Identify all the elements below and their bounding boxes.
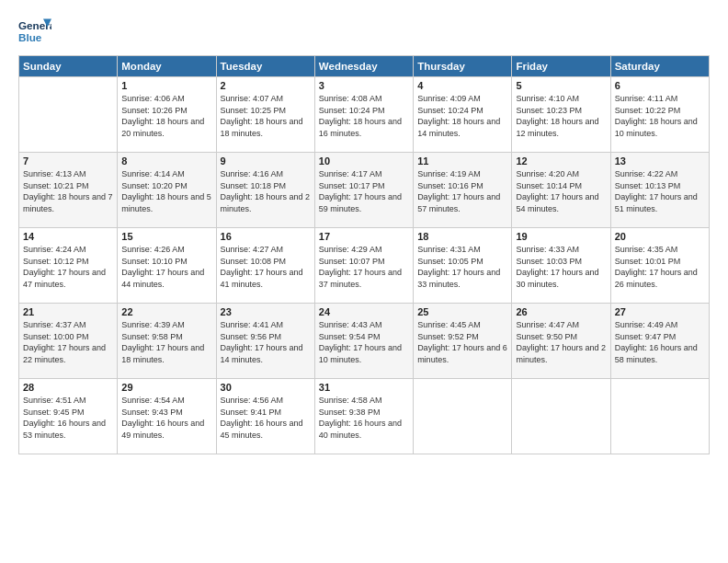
day-number: 20 [615,231,705,242]
cell-details: Sunrise: 4:20 AM Sunset: 10:14 PM Daylig… [516,168,606,214]
calendar-cell: 25Sunrise: 4:45 AM Sunset: 9:52 PM Dayli… [414,304,512,379]
calendar-cell: 16Sunrise: 4:27 AM Sunset: 10:08 PM Dayl… [216,228,314,304]
logo: General Blue [18,15,51,48]
calendar-cell: 6Sunrise: 4:11 AM Sunset: 10:22 PM Dayli… [610,77,709,153]
calendar-cell: 1Sunrise: 4:06 AM Sunset: 10:26 PM Dayli… [118,77,216,153]
calendar-cell: 28Sunrise: 4:51 AM Sunset: 9:45 PM Dayli… [19,379,118,454]
day-number: 27 [615,306,705,317]
calendar-cell: 5Sunrise: 4:10 AM Sunset: 10:23 PM Dayli… [512,77,610,153]
day-number: 3 [319,80,409,91]
calendar-table: SundayMondayTuesdayWednesdayThursdayFrid… [18,55,710,454]
calendar-week-row: 28Sunrise: 4:51 AM Sunset: 9:45 PM Dayli… [19,379,710,454]
column-header-wednesday: Wednesday [314,56,413,77]
column-header-sunday: Sunday [19,56,118,77]
calendar-cell: 22Sunrise: 4:39 AM Sunset: 9:58 PM Dayli… [118,304,216,379]
calendar-cell: 7Sunrise: 4:13 AM Sunset: 10:21 PM Dayli… [19,153,118,228]
calendar-cell: 10Sunrise: 4:17 AM Sunset: 10:17 PM Dayl… [314,153,413,228]
day-number: 22 [121,306,211,317]
cell-details: Sunrise: 4:24 AM Sunset: 10:12 PM Daylig… [23,244,113,290]
calendar-cell: 15Sunrise: 4:26 AM Sunset: 10:10 PM Dayl… [118,228,216,304]
day-number: 14 [23,231,113,242]
calendar-cell: 8Sunrise: 4:14 AM Sunset: 10:20 PM Dayli… [118,153,216,228]
calendar-cell: 17Sunrise: 4:29 AM Sunset: 10:07 PM Dayl… [314,228,413,304]
cell-details: Sunrise: 4:35 AM Sunset: 10:01 PM Daylig… [615,244,705,290]
calendar-week-row: 7Sunrise: 4:13 AM Sunset: 10:21 PM Dayli… [19,153,710,228]
day-number: 9 [221,155,311,167]
column-header-tuesday: Tuesday [216,56,314,77]
calendar-cell: 18Sunrise: 4:31 AM Sunset: 10:05 PM Dayl… [414,228,512,304]
cell-details: Sunrise: 4:29 AM Sunset: 10:07 PM Daylig… [319,244,409,290]
calendar-cell: 3Sunrise: 4:08 AM Sunset: 10:24 PM Dayli… [314,77,413,153]
day-number: 2 [221,80,311,91]
cell-details: Sunrise: 4:27 AM Sunset: 10:08 PM Daylig… [221,244,311,290]
day-number: 16 [221,231,311,242]
calendar-week-row: 1Sunrise: 4:06 AM Sunset: 10:26 PM Dayli… [19,77,710,153]
cell-details: Sunrise: 4:54 AM Sunset: 9:43 PM Dayligh… [121,395,211,441]
calendar-cell: 29Sunrise: 4:54 AM Sunset: 9:43 PM Dayli… [118,379,216,454]
calendar-cell: 24Sunrise: 4:43 AM Sunset: 9:54 PM Dayli… [314,304,413,379]
day-number: 23 [221,306,311,317]
cell-details: Sunrise: 4:51 AM Sunset: 9:45 PM Dayligh… [23,395,113,441]
page-header: General Blue [18,15,710,48]
calendar-header-row: SundayMondayTuesdayWednesdayThursdayFrid… [19,56,710,77]
day-number: 8 [121,155,211,167]
cell-details: Sunrise: 4:19 AM Sunset: 10:16 PM Daylig… [417,168,507,214]
calendar-cell: 30Sunrise: 4:56 AM Sunset: 9:41 PM Dayli… [216,379,314,454]
calendar-cell: 2Sunrise: 4:07 AM Sunset: 10:25 PM Dayli… [216,77,314,153]
calendar-cell [414,379,512,454]
cell-details: Sunrise: 4:09 AM Sunset: 10:24 PM Daylig… [417,93,507,139]
day-number: 12 [516,155,606,167]
day-number: 7 [23,155,113,167]
cell-details: Sunrise: 4:16 AM Sunset: 10:18 PM Daylig… [221,168,311,214]
cell-details: Sunrise: 4:39 AM Sunset: 9:58 PM Dayligh… [121,319,211,365]
day-number: 11 [417,155,507,167]
day-number: 18 [417,231,507,242]
day-number: 28 [23,382,113,393]
day-number: 26 [516,306,606,317]
cell-details: Sunrise: 4:31 AM Sunset: 10:05 PM Daylig… [417,244,507,290]
day-number: 15 [121,231,211,242]
day-number: 21 [23,306,113,317]
calendar-week-row: 21Sunrise: 4:37 AM Sunset: 10:00 PM Dayl… [19,304,710,379]
calendar-body: 1Sunrise: 4:06 AM Sunset: 10:26 PM Dayli… [19,77,710,454]
cell-details: Sunrise: 4:56 AM Sunset: 9:41 PM Dayligh… [221,395,311,441]
calendar-cell: 23Sunrise: 4:41 AM Sunset: 9:56 PM Dayli… [216,304,314,379]
cell-details: Sunrise: 4:26 AM Sunset: 10:10 PM Daylig… [121,244,211,290]
cell-details: Sunrise: 4:45 AM Sunset: 9:52 PM Dayligh… [417,319,507,365]
cell-details: Sunrise: 4:10 AM Sunset: 10:23 PM Daylig… [516,93,606,139]
cell-details: Sunrise: 4:08 AM Sunset: 10:24 PM Daylig… [319,93,409,139]
column-header-saturday: Saturday [610,56,709,77]
column-header-monday: Monday [118,56,216,77]
cell-details: Sunrise: 4:47 AM Sunset: 9:50 PM Dayligh… [516,319,606,365]
calendar-week-row: 14Sunrise: 4:24 AM Sunset: 10:12 PM Dayl… [19,228,710,304]
cell-details: Sunrise: 4:49 AM Sunset: 9:47 PM Dayligh… [615,319,705,365]
cell-details: Sunrise: 4:14 AM Sunset: 10:20 PM Daylig… [121,168,211,214]
calendar-cell: 12Sunrise: 4:20 AM Sunset: 10:14 PM Dayl… [512,153,610,228]
cell-details: Sunrise: 4:37 AM Sunset: 10:00 PM Daylig… [23,319,113,365]
calendar-cell: 20Sunrise: 4:35 AM Sunset: 10:01 PM Dayl… [610,228,709,304]
calendar-cell [610,379,709,454]
day-number: 10 [319,155,409,167]
day-number: 30 [221,382,311,393]
day-number: 31 [319,382,409,393]
svg-text:Blue: Blue [18,31,42,43]
cell-details: Sunrise: 4:22 AM Sunset: 10:13 PM Daylig… [615,168,705,214]
cell-details: Sunrise: 4:43 AM Sunset: 9:54 PM Dayligh… [319,319,409,365]
day-number: 25 [417,306,507,317]
cell-details: Sunrise: 4:06 AM Sunset: 10:26 PM Daylig… [121,93,211,139]
calendar-cell [19,77,118,153]
calendar-cell [512,379,610,454]
calendar-cell: 21Sunrise: 4:37 AM Sunset: 10:00 PM Dayl… [19,304,118,379]
calendar-cell: 26Sunrise: 4:47 AM Sunset: 9:50 PM Dayli… [512,304,610,379]
logo-icon: General Blue [18,15,51,48]
calendar-cell: 11Sunrise: 4:19 AM Sunset: 10:16 PM Dayl… [414,153,512,228]
column-header-friday: Friday [512,56,610,77]
calendar-cell: 14Sunrise: 4:24 AM Sunset: 10:12 PM Dayl… [19,228,118,304]
cell-details: Sunrise: 4:13 AM Sunset: 10:21 PM Daylig… [23,168,113,214]
day-number: 6 [615,80,705,91]
day-number: 1 [121,80,211,91]
day-number: 5 [516,80,606,91]
day-number: 13 [615,155,705,167]
day-number: 4 [417,80,507,91]
calendar-cell: 19Sunrise: 4:33 AM Sunset: 10:03 PM Dayl… [512,228,610,304]
